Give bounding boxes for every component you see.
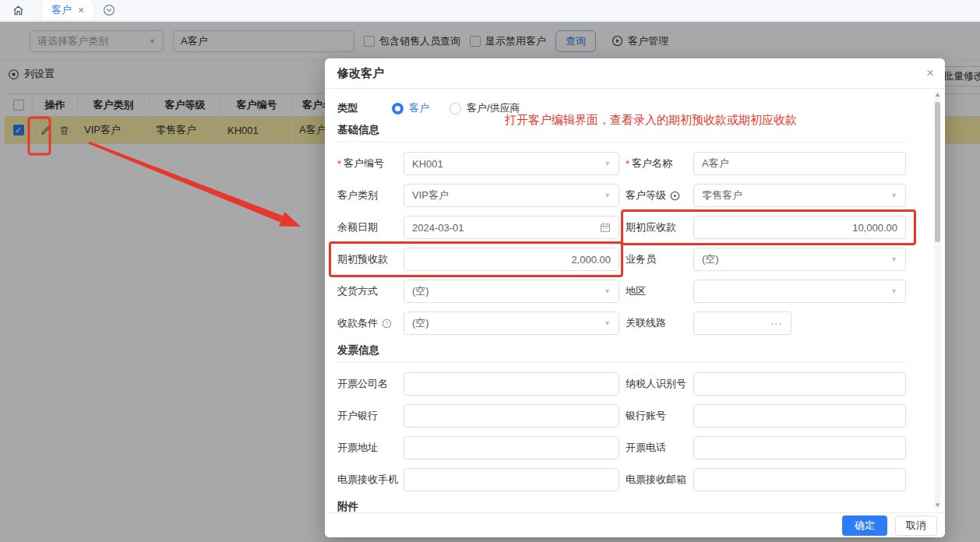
radio-customer[interactable]: 客户 — [392, 101, 429, 115]
chevron-down-icon: ▼ — [604, 287, 611, 295]
category-select[interactable]: VIP客户▼ — [404, 184, 619, 207]
field-taxpayer-id: 纳税人识别号 — [626, 372, 906, 396]
required-mark: * — [626, 158, 629, 170]
bank-input[interactable] — [404, 404, 619, 428]
balance-date-label: 余额日期 — [337, 220, 404, 234]
opening-receivable-label: 期初应收款 — [626, 220, 693, 234]
field-delivery: 交货方式 (空)▼ — [337, 280, 626, 303]
tab-label: 客户 — [51, 3, 72, 17]
einvoice-phone-label: 电票接收手机 — [337, 473, 404, 487]
route-label: 关联线路 — [626, 316, 693, 330]
chevron-down-icon: ▼ — [604, 160, 611, 167]
field-invoice-phone: 开票电话 — [626, 436, 906, 459]
section-invoice: 发票信息 — [337, 343, 906, 363]
bank-account-input[interactable] — [693, 404, 906, 428]
radio-unselected-icon — [449, 103, 461, 114]
salesman-label: 业务员 — [626, 252, 693, 266]
scroll-down-icon[interactable]: ▼ — [934, 502, 941, 509]
section-attachment: 附件 — [337, 500, 906, 512]
modal-title: 修改客户 — [337, 66, 384, 81]
invoice-address-input[interactable] — [404, 436, 619, 459]
modal-header: 修改客户 — [325, 58, 945, 89]
field-invoice-company: 开票公司名 — [337, 372, 626, 396]
modal-footer: 确定 取消 — [325, 512, 945, 537]
tab-bar: 客户 × — [0, 0, 980, 22]
svg-text:?: ? — [385, 319, 388, 326]
play-circle-icon[interactable] — [670, 191, 680, 201]
chevron-down-icon: ▼ — [604, 192, 611, 199]
customer-no-label: 客户编号 — [344, 157, 384, 171]
field-bank-account: 银行账号 — [626, 404, 906, 428]
route-input[interactable]: ··· — [693, 311, 791, 335]
invoice-phone-label: 开票电话 — [626, 441, 693, 455]
confirm-button[interactable]: 确定 — [842, 516, 887, 536]
field-salesman: 业务员 (空)▼ — [626, 248, 906, 271]
region-select[interactable]: ▼ — [693, 280, 906, 303]
bank-account-label: 银行账号 — [626, 409, 693, 423]
payment-terms-select[interactable]: (空)▼ — [404, 311, 619, 335]
einvoice-email-label: 电票接收邮箱 — [626, 473, 693, 487]
opening-advance-input[interactable]: 2,000.00 — [404, 248, 619, 271]
field-region: 地区 ▼ — [626, 280, 906, 303]
opening-advance-label: 期初预收款 — [337, 252, 404, 266]
scroll-up-icon[interactable]: ▲ — [934, 91, 941, 99]
type-label: 类型 — [337, 101, 392, 115]
taxpayer-id-label: 纳税人识别号 — [626, 377, 693, 391]
field-customer-name: *客户名称 A客户 — [626, 152, 906, 175]
einvoice-phone-input[interactable] — [404, 468, 619, 491]
invoice-phone-input[interactable] — [693, 436, 906, 459]
field-grade: 客户等级 零售客户▼ — [626, 184, 906, 207]
edit-customer-modal: 修改客户 × 打开客户编辑界面，查看录入的期初预收款或期初应收款 类型 客户 客… — [325, 58, 945, 537]
invoice-company-label: 开票公司名 — [337, 377, 404, 391]
field-invoice-address: 开票地址 — [337, 436, 626, 459]
field-route: 关联线路 ··· — [626, 311, 906, 335]
modal-body: 类型 客户 客户/供应商 基础信息 *客户编号 KH001▼ *客户名称 — [325, 89, 945, 512]
home-button[interactable] — [8, 2, 28, 19]
grade-select[interactable]: 零售客户▼ — [693, 184, 906, 207]
delivery-label: 交货方式 — [337, 284, 404, 298]
chevron-down-icon: ▼ — [890, 255, 897, 263]
field-bank: 开户银行 — [337, 404, 626, 428]
home-icon — [12, 4, 25, 17]
opening-receivable-input[interactable]: 10,000.00 — [693, 216, 906, 239]
field-payment-terms: 收款条件 ? (空)▼ — [337, 311, 626, 335]
field-einvoice-email: 电票接收邮箱 — [626, 468, 906, 491]
question-circle-icon[interactable]: ? — [382, 319, 392, 329]
tab-list-dropdown[interactable] — [103, 4, 115, 16]
field-category: 客户类别 VIP客户▼ — [337, 184, 626, 207]
field-einvoice-phone: 电票接收手机 — [337, 468, 626, 491]
modal-close-icon[interactable]: × — [926, 66, 934, 79]
scrollbar-thumb[interactable] — [935, 102, 940, 242]
delivery-select[interactable]: (空)▼ — [404, 280, 619, 303]
tab-customers[interactable]: 客户 × — [42, 0, 93, 20]
screen: 客户 × 请选择客户类别 ▼ A客户 包含销售人员查询 显示禁用客户 查询 — [0, 0, 980, 542]
chevron-down-icon: ▼ — [890, 192, 897, 199]
chevron-down-circle-icon — [103, 4, 115, 16]
cancel-button[interactable]: 取消 — [895, 516, 937, 536]
more-icon[interactable]: ··· — [770, 318, 783, 329]
category-label: 客户类别 — [337, 188, 404, 202]
radio-selected-icon — [392, 103, 404, 114]
field-opening-advance: 期初预收款 2,000.00 — [337, 248, 626, 271]
annotation-note: 打开客户编辑界面，查看录入的期初预收款或期初应收款 — [505, 113, 797, 128]
modal-scrollbar[interactable]: ▲ ▼ — [934, 91, 941, 509]
customer-no-select[interactable]: KH001▼ — [404, 152, 619, 175]
grade-label: 客户等级 — [626, 188, 666, 202]
chevron-down-icon: ▼ — [604, 319, 611, 327]
field-customer-no: *客户编号 KH001▼ — [337, 152, 626, 175]
bank-label: 开户银行 — [337, 409, 404, 423]
required-mark: * — [337, 158, 341, 170]
invoice-address-label: 开票地址 — [337, 441, 404, 455]
tab-close-icon[interactable]: × — [78, 5, 84, 16]
field-balance-date: 余额日期 2024-03-01 — [337, 216, 626, 239]
payment-terms-label: 收款条件 — [337, 316, 378, 330]
taxpayer-id-input[interactable] — [693, 372, 906, 396]
calendar-icon — [600, 222, 611, 233]
invoice-company-input[interactable] — [404, 372, 619, 396]
radio-customer-label: 客户 — [409, 101, 429, 115]
einvoice-email-input[interactable] — [693, 468, 906, 491]
field-opening-receivable: 期初应收款 10,000.00 — [626, 216, 906, 239]
balance-date-input[interactable]: 2024-03-01 — [404, 216, 619, 239]
salesman-select[interactable]: (空)▼ — [693, 248, 906, 271]
customer-name-input[interactable]: A客户 — [693, 152, 906, 175]
